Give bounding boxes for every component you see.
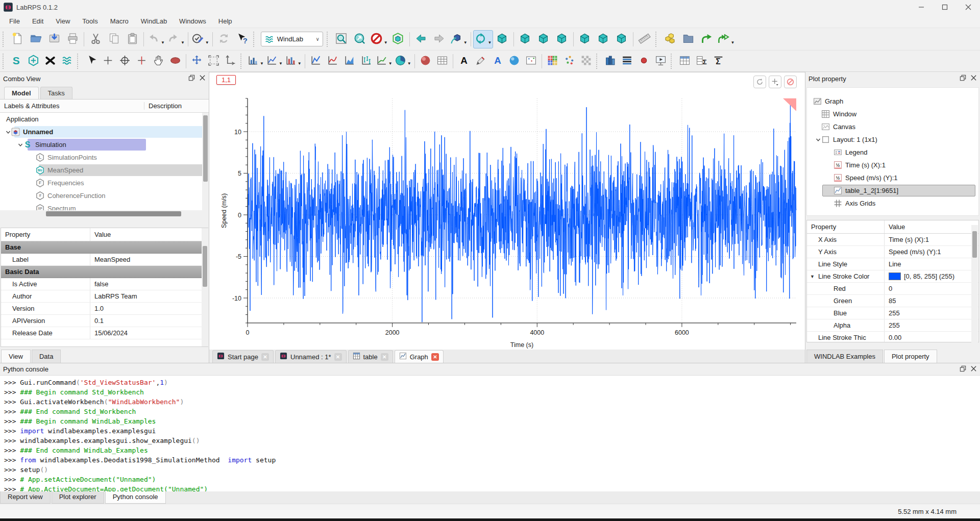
view-axonometric-button[interactable] (493, 30, 511, 48)
dropdown-arrow-icon[interactable]: ▼ (463, 40, 468, 48)
tree-item-window[interactable]: Window (807, 108, 978, 120)
plot-blue-button[interactable] (307, 53, 324, 69)
paste-button[interactable] (123, 30, 141, 48)
tree-item-coherencefunction[interactable]: #CoherenceFunction (0, 189, 209, 202)
property-value[interactable]: 1.0 (90, 303, 104, 314)
histogram-button[interactable] (602, 53, 619, 69)
open-document-button[interactable] (27, 30, 45, 48)
property-value[interactable]: 0 (885, 283, 892, 294)
property-row-green[interactable]: Green85 (807, 295, 978, 307)
column-chart-button[interactable]: ▼ (284, 53, 303, 69)
dropdown-arrow-icon[interactable]: ▼ (279, 61, 283, 69)
workbench-selector[interactable]: WindLab∨ (261, 32, 323, 46)
property-row-x-axis[interactable]: X AxisTime (s) (X):1 (807, 234, 978, 246)
python-console-output[interactable]: >>> Gui.runCommand('Std_ViewStatusBar',1… (0, 376, 980, 491)
add-marker-button[interactable] (133, 53, 150, 69)
undo-button[interactable]: ▼ (146, 30, 166, 48)
pan-button[interactable] (150, 53, 167, 69)
draw-annotation-button[interactable] (472, 53, 489, 69)
dropdown-arrow-icon[interactable]: ▼ (384, 40, 388, 48)
disable-plot-button[interactable] (784, 76, 797, 88)
chevron-down-icon[interactable] (5, 129, 11, 135)
dropdown-arrow-icon[interactable]: ▼ (488, 40, 492, 48)
tree-item-speed-m-s-y-1[interactable]: ½Speed (m/s) (Y):1 (807, 171, 978, 184)
draw-ellipse-button[interactable] (167, 53, 184, 69)
dock-tab-report-view[interactable]: Report view (0, 491, 51, 504)
property-row-line-stroke-color[interactable]: ▼Line Stroke Color[0, 85, 255] (255) (807, 270, 978, 283)
property-value[interactable]: 0.00 (885, 332, 901, 342)
tree-item-spectrum[interactable]: XPSpectrum (0, 202, 209, 210)
float-panel-icon[interactable] (960, 75, 966, 83)
toolbar-drag-handle[interactable] (596, 54, 600, 69)
toolbar-drag-handle[interactable] (240, 54, 244, 69)
stacked-lines-button[interactable] (619, 53, 635, 69)
close-button[interactable] (957, 0, 980, 14)
view-front-button[interactable] (516, 30, 534, 48)
stop-simulation-button[interactable] (42, 53, 59, 69)
close-panel-icon[interactable] (970, 365, 977, 374)
execute-macro-button[interactable] (698, 30, 716, 48)
view-right-button[interactable] (553, 30, 571, 48)
tab-tasks[interactable]: Tasks (40, 87, 72, 99)
mdi-tab-start-page[interactable]: Start page✕ (212, 350, 274, 363)
toolbar-drag-handle[interactable] (3, 54, 6, 69)
tree-vertical-scrollbar[interactable] (202, 113, 209, 210)
dropdown-arrow-icon[interactable]: ▼ (298, 61, 302, 69)
toolbar-drag-handle[interactable] (655, 32, 659, 47)
edit-parameters-button[interactable]: ▼ (190, 30, 210, 48)
texture-view-button[interactable] (578, 53, 595, 69)
mdi-tab-unnamed-1-[interactable]: Unnamed : 1*✕ (275, 350, 347, 363)
macros-button[interactable] (679, 30, 698, 48)
tree-item-legend[interactable]: Legend (807, 146, 978, 159)
tree-item-unnamed[interactable]: Unnamed (0, 126, 209, 138)
measure-distance-button[interactable] (635, 30, 654, 48)
tree-item-layout-1-1x1-[interactable]: Layout: 1 (1x1) (807, 133, 978, 146)
whats-this-button[interactable]: ? (233, 30, 252, 48)
dropdown-arrow-icon[interactable]: ▼ (388, 61, 393, 69)
data-grid-button[interactable] (434, 53, 451, 69)
macro-recording-button[interactable] (661, 30, 679, 48)
bar-chart-button[interactable]: ▼ (246, 53, 265, 69)
text-style-button[interactable]: A (489, 53, 506, 69)
scatter-view-button[interactable] (561, 53, 578, 69)
tree-item-table-1-2-1-9651-[interactable]: table_1_2[1:9651] (807, 184, 978, 197)
sync-view-button[interactable]: ▼ (473, 30, 493, 48)
refresh-button[interactable] (215, 30, 233, 48)
close-tab-icon[interactable]: ✕ (381, 353, 388, 361)
tree-item-time-s-x-1[interactable]: ½Time (s) (X):1 (807, 159, 978, 171)
dropdown-arrow-icon[interactable]: ▼ (181, 40, 185, 48)
property-row-y-axis[interactable]: Y AxisSpeed (m/s) (Y):1 (807, 246, 978, 258)
view-bottom-button[interactable] (594, 30, 612, 48)
property-row-label[interactable]: LabelMeanSpeed (1, 254, 208, 266)
property-row-blue[interactable]: Blue255 (807, 307, 978, 319)
maximize-button[interactable] (933, 0, 957, 14)
property-value[interactable]: Speed (m/s) (Y):1 (885, 246, 941, 258)
new-document-button[interactable] (8, 30, 27, 48)
property-value[interactable]: Line (885, 258, 901, 270)
property-row-author[interactable]: AuthorLabRPS Team (1, 290, 208, 303)
chevron-down-icon[interactable] (17, 142, 23, 148)
sphere-view-button[interactable] (506, 53, 523, 69)
tree-item-simulation[interactable]: SSimulation (0, 138, 209, 151)
line-chart-button[interactable]: ▼ (265, 53, 284, 69)
property-value[interactable]: Time (s) (X):1 (885, 234, 929, 245)
property-row-release-date[interactable]: Release Date15/06/2024 (1, 327, 208, 339)
copy-button[interactable] (105, 30, 123, 48)
locate-point-button[interactable] (116, 53, 133, 69)
dropdown-arrow-icon[interactable]: ▼ (407, 61, 411, 69)
execute-in-editor-button[interactable]: ▼ (716, 30, 736, 48)
tree-item-application[interactable]: Application (0, 113, 209, 126)
table-view-button[interactable] (676, 53, 693, 69)
dropdown-arrow-icon[interactable]: ▼ (731, 40, 735, 48)
dock-tab-plot-explorer[interactable]: Plot explorer (52, 491, 104, 504)
close-tab-icon[interactable]: ✕ (261, 353, 269, 361)
property-row-line-stroke-thic[interactable]: Line Stroke Thic0.00 (807, 332, 978, 342)
view-left-button[interactable] (612, 30, 631, 48)
view-rear-button[interactable] (576, 30, 594, 48)
local-axes-button[interactable] (222, 53, 239, 69)
volume-render-button[interactable] (417, 53, 434, 69)
dock-tab-python-console[interactable]: Python console (105, 491, 166, 504)
tab-view[interactable]: View (1, 350, 31, 363)
close-tab-icon[interactable]: ✕ (334, 353, 342, 361)
property-row-alpha[interactable]: Alpha255 (807, 319, 978, 332)
